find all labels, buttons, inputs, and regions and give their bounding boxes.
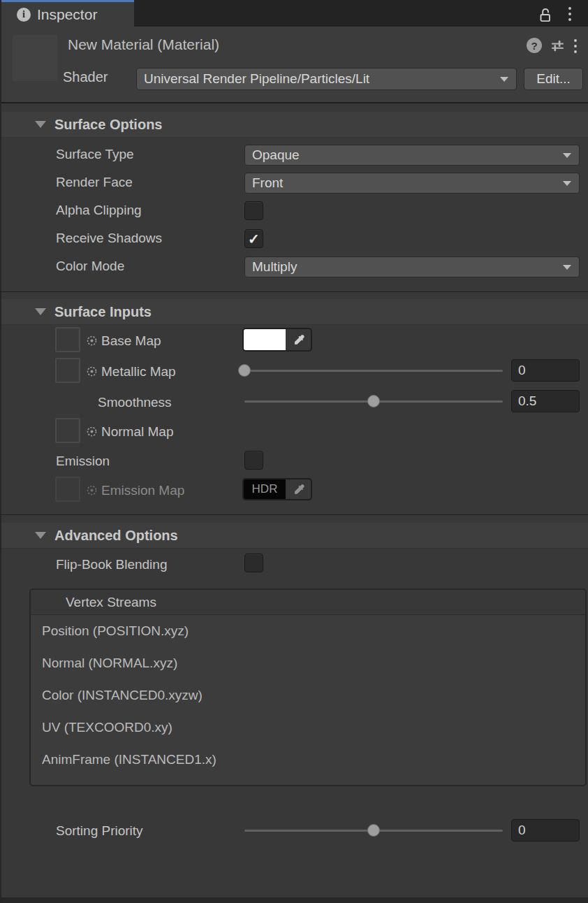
lock-icon[interactable]: [536, 6, 554, 24]
inspector-panel: i Inspector New Material (Material) ?: [0, 0, 588, 903]
base-map-label: Base Map: [101, 333, 161, 349]
divider: [1, 102, 588, 103]
vertex-stream-item[interactable]: UV (TEXCOORD0.xy): [31, 711, 585, 744]
vertex-stream-item[interactable]: Position (POSITION.xyz): [31, 615, 585, 647]
section-surface-inputs[interactable]: Surface Inputs: [1, 299, 588, 325]
slider-knob[interactable]: [367, 824, 380, 837]
object-picker-icon[interactable]: [86, 335, 98, 347]
surface-type-dropdown[interactable]: Opaque: [244, 145, 580, 166]
flip-book-blending-label: Flip-Book Blending: [56, 557, 167, 572]
chevron-down-icon: [500, 77, 508, 82]
foldout-triangle-icon: [35, 308, 46, 315]
hdr-color-black: HDR: [244, 479, 286, 499]
base-map-texture-slot[interactable]: [55, 327, 80, 352]
vertex-streams-box: Vertex Streams Position (POSITION.xyz) N…: [29, 588, 587, 786]
info-icon: i: [17, 8, 31, 22]
foldout-triangle-icon: [35, 121, 46, 128]
material-title: New Material (Material): [68, 36, 219, 53]
smoothness-value-field[interactable]: 0.5: [511, 390, 580, 412]
slider-knob[interactable]: [238, 364, 251, 377]
emission-checkbox[interactable]: [244, 451, 263, 470]
chevron-down-icon: [563, 265, 571, 270]
section-surface-options[interactable]: Surface Options: [1, 112, 588, 138]
object-picker-icon[interactable]: [86, 366, 98, 377]
emission-map-texture-slot: [55, 477, 80, 502]
material-header: New Material (Material) ? Shader Univers…: [1, 27, 588, 102]
sorting-priority-label: Sorting Priority: [56, 823, 143, 839]
alpha-clipping-checkbox[interactable]: [244, 201, 263, 220]
metallic-slider[interactable]: [244, 364, 503, 377]
color-swatch-white[interactable]: [244, 329, 286, 350]
divider: [1, 291, 588, 292]
presets-icon[interactable]: [549, 37, 566, 55]
metallic-value-field[interactable]: 0: [511, 359, 580, 382]
shader-dropdown[interactable]: Universal Render Pipeline/Particles/Lit: [136, 68, 517, 90]
vertex-stream-item[interactable]: Normal (NORMAL.xyz): [31, 647, 585, 679]
render-face-dropdown[interactable]: Front: [244, 173, 580, 194]
receive-shadows-label: Receive Shadows: [56, 231, 162, 246]
color-mode-dropdown[interactable]: Multiply: [244, 257, 580, 277]
vertex-streams-header: Vertex Streams: [31, 590, 585, 615]
slider-knob[interactable]: [367, 395, 380, 407]
normal-map-label: Normal Map: [101, 424, 173, 440]
foldout-triangle-icon: [35, 532, 46, 539]
chevron-down-icon: [563, 181, 571, 186]
chevron-down-icon: [563, 153, 571, 158]
sorting-priority-slider[interactable]: [244, 824, 503, 837]
color-mode-label: Color Mode: [56, 259, 124, 274]
object-picker-icon: [86, 484, 98, 496]
base-map-color-swatch[interactable]: [242, 328, 312, 352]
alpha-clipping-label: Alpha Clipping: [56, 203, 142, 218]
receive-shadows-checkbox[interactable]: [244, 229, 263, 248]
flip-book-blending-checkbox[interactable]: [244, 554, 263, 572]
normal-map-texture-slot[interactable]: [55, 418, 80, 443]
tab-inspector[interactable]: i Inspector: [1, 0, 134, 27]
section-advanced-options[interactable]: Advanced Options: [1, 523, 588, 549]
vertex-stream-item[interactable]: Color (INSTANCED0.xyzw): [31, 679, 585, 711]
tab-menu-kebab-icon[interactable]: [568, 6, 571, 22]
surface-type-label: Surface Type: [56, 147, 134, 162]
shader-label: Shader: [63, 69, 108, 85]
eyedropper-icon[interactable]: [286, 329, 311, 350]
tab-bar: i Inspector: [1, 0, 588, 27]
eyedropper-icon: [286, 479, 311, 499]
emission-map-label: Emission Map: [101, 483, 184, 498]
render-face-label: Render Face: [56, 175, 133, 190]
header-menu-kebab-icon[interactable]: [574, 38, 577, 54]
vertex-stream-item[interactable]: AnimFrame (INSTANCED1.x): [31, 744, 585, 776]
metallic-map-label: Metallic Map: [101, 364, 176, 380]
smoothness-label: Smoothness: [98, 395, 172, 410]
sorting-priority-value-field[interactable]: 0: [511, 819, 580, 841]
object-picker-icon[interactable]: [86, 426, 98, 438]
emission-hdr-swatch: HDR: [242, 478, 312, 500]
tab-title: Inspector: [37, 6, 97, 23]
divider: [1, 514, 588, 515]
shader-dropdown-value: Universal Render Pipeline/Particles/Lit: [144, 71, 369, 87]
hdr-badge: HDR: [252, 482, 278, 496]
edit-shader-button[interactable]: Edit...: [524, 68, 583, 90]
smoothness-slider[interactable]: [244, 395, 503, 407]
panel-bottom-strip: [1, 897, 588, 903]
material-preview-thumbnail[interactable]: [13, 35, 57, 81]
metallic-map-texture-slot[interactable]: [55, 358, 80, 383]
help-icon[interactable]: ?: [527, 38, 542, 53]
emission-label: Emission: [56, 454, 110, 469]
